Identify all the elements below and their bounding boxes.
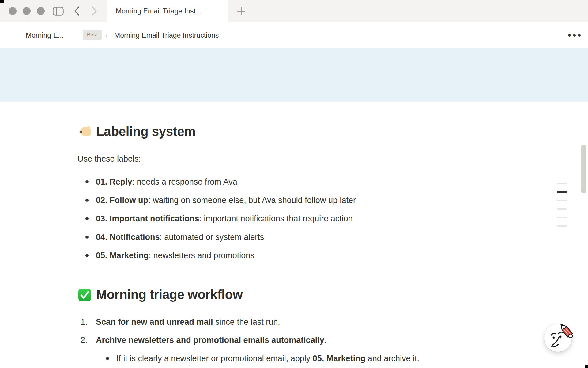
- list-item: 04. Notifications: automated or system a…: [77, 228, 570, 246]
- breadcrumb-page-title[interactable]: Morning Email Triage Instructions: [114, 22, 219, 48]
- face-doodle-pencil-icon: [537, 317, 582, 359]
- minimize-window-button[interactable]: [23, 7, 31, 15]
- outline-indicator-line: [557, 217, 567, 218]
- outline-indicator-line-active: [557, 191, 567, 193]
- numbered-item: 1. Scan for new and unread mail since th…: [77, 313, 570, 331]
- heading-labeling-system: Labeling system: [77, 123, 570, 140]
- beta-badge: Beta: [83, 30, 102, 40]
- labels-list: 01. Reply: needs a response from Ava 02.…: [77, 173, 570, 265]
- breadcrumb-workspace[interactable]: Morning E...: [26, 22, 64, 48]
- breadcrumb-separator: /: [106, 22, 108, 48]
- more-options-icon[interactable]: [566, 31, 582, 39]
- tab-title: Morning Email Triage Inst...: [116, 7, 202, 15]
- back-icon[interactable]: [73, 0, 81, 22]
- active-tab[interactable]: Morning Email Triage Inst...: [107, 0, 228, 22]
- forward-icon[interactable]: [90, 0, 98, 22]
- tab-bar: Morning Email Triage Inst...: [0, 0, 588, 22]
- new-tab-button[interactable]: [233, 0, 249, 22]
- list-item: 03. Important notifications: important n…: [77, 209, 570, 228]
- bullet-marker: [85, 217, 89, 220]
- bullet-marker: [85, 180, 89, 183]
- workflow-steps: 1. Scan for new and unread mail since th…: [77, 313, 570, 349]
- bullet-marker: [106, 357, 109, 360]
- outline-indicator-line: [557, 183, 567, 184]
- screen-corner-artifact: [0, 0, 4, 3]
- list-item: 05. Marketing: newsletters and promotion…: [77, 246, 570, 265]
- number-marker: 2.: [81, 335, 93, 345]
- screen-corner-artifact: [585, 365, 588, 368]
- page-content: Labeling system Use these labels: 01. Re…: [0, 102, 570, 368]
- outline-indicator-line: [557, 200, 567, 201]
- bullet-marker: [85, 254, 89, 257]
- scribble-edit-button[interactable]: [537, 317, 582, 359]
- check-mark-emoji-icon: [77, 288, 92, 302]
- app-window: Morning Email Triage Inst... Morning E..…: [0, 0, 588, 368]
- heading-morning-triage-workflow: Morning triage workflow: [77, 286, 570, 303]
- window-controls: [9, 7, 45, 15]
- list-item: 01. Reply: needs a response from Ava: [77, 173, 570, 191]
- sub-bullet-item: If it is clearly a newsletter or promoti…: [77, 349, 570, 368]
- instructions-callout: This page is set as your instructions pa…: [0, 48, 588, 102]
- bullet-marker: [85, 199, 89, 202]
- plus-icon: [237, 7, 245, 15]
- outline-indicator[interactable]: [557, 181, 567, 228]
- breadcrumb: Morning E... Beta / Morning Email Triage…: [0, 22, 588, 48]
- toggle-sidebar-icon[interactable]: [53, 0, 64, 22]
- heading-text: Labeling system: [96, 124, 196, 139]
- outline-indicator-line: [557, 225, 567, 227]
- heading-text: Morning triage workflow: [96, 287, 243, 302]
- zoom-window-button[interactable]: [37, 7, 45, 15]
- number-marker: 1.: [81, 317, 93, 327]
- list-item: 02. Follow up: waiting on someone else, …: [77, 191, 570, 209]
- label-tag-emoji-icon: [77, 125, 92, 139]
- bullet-marker: [85, 236, 89, 239]
- intro-paragraph: Use these labels:: [77, 153, 570, 165]
- outline-indicator-line: [557, 208, 567, 210]
- close-window-button[interactable]: [9, 7, 17, 15]
- scrollbar-thumb[interactable]: [581, 145, 586, 193]
- numbered-item: 2. Archive newsletters and promotional e…: [77, 331, 570, 349]
